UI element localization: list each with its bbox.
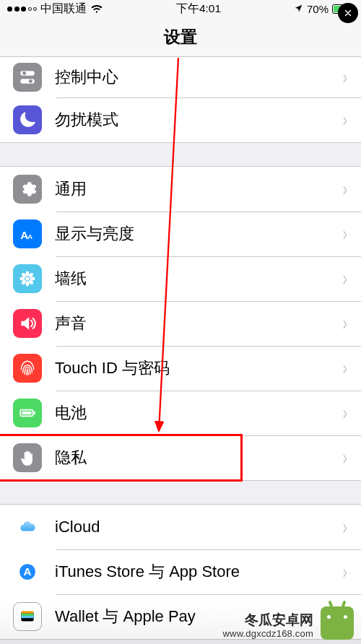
row-battery[interactable]: 电池 › — [0, 391, 361, 435]
speaker-icon — [13, 309, 42, 338]
chevron-right-icon: › — [342, 179, 347, 199]
chevron-right-icon: › — [342, 313, 347, 334]
settings-group-2: 通用 › AA 显示与亮度 › 墙纸 › 声音 › — [0, 166, 361, 481]
row-label: 显示与亮度 — [55, 223, 342, 245]
row-label: iTunes Store 与 App Store — [55, 561, 342, 583]
toggles-icon — [13, 63, 42, 92]
hand-icon — [13, 443, 42, 472]
svg-point-10 — [30, 277, 35, 281]
wifi-icon — [90, 3, 103, 16]
status-bar: 中国联通 下午4:01 70% — [0, 0, 361, 18]
row-label: 声音 — [55, 313, 342, 334]
text-size-icon: AA — [13, 219, 42, 248]
row-label: 通用 — [55, 178, 342, 200]
row-wallet[interactable]: Wallet 与 Apple Pay › — [0, 594, 361, 639]
svg-point-9 — [19, 277, 25, 281]
svg-rect-0 — [20, 71, 35, 76]
close-icon — [343, 8, 353, 18]
row-icloud[interactable]: iCloud › — [0, 505, 361, 549]
row-controlcenter[interactable]: 控制中心 › — [0, 57, 361, 97]
svg-rect-16 — [22, 412, 31, 414]
chevron-right-icon: › — [342, 224, 347, 244]
svg-text:A: A — [27, 232, 32, 240]
chevron-right-icon: › — [342, 606, 347, 627]
row-touchid[interactable]: Touch ID 与密码 › — [0, 346, 361, 391]
row-privacy[interactable]: 隐私 › — [0, 435, 361, 480]
fingerprint-icon — [13, 354, 42, 383]
svg-rect-23 — [21, 616, 33, 618]
location-icon — [294, 3, 303, 16]
svg-rect-17 — [34, 412, 35, 414]
svg-rect-22 — [21, 614, 33, 616]
row-label: 电池 — [55, 402, 342, 424]
flower-icon — [13, 264, 42, 293]
svg-point-6 — [25, 277, 29, 280]
appstore-icon: A — [13, 557, 42, 586]
svg-point-1 — [22, 71, 26, 75]
gear-icon — [13, 175, 42, 204]
signal-icon — [7, 6, 37, 12]
carrier-label: 中国联通 — [40, 1, 87, 17]
chevron-right-icon: › — [342, 403, 347, 423]
row-label: 勿扰模式 — [55, 109, 342, 131]
chevron-right-icon: › — [342, 269, 347, 289]
row-label: 隐私 — [55, 447, 342, 469]
row-dnd[interactable]: 勿扰模式 › — [0, 97, 361, 142]
settings-group-3: iCloud › A iTunes Store 与 App Store › Wa… — [0, 504, 361, 640]
svg-rect-21 — [21, 611, 33, 613]
row-wallpaper[interactable]: 墙纸 › — [0, 256, 361, 301]
screen: 中国联通 下午4:01 70% 设置 控制中心 › — [0, 0, 361, 644]
wallet-icon — [13, 602, 42, 631]
row-label: Wallet 与 Apple Pay — [55, 606, 342, 627]
settings-group-1: 控制中心 › 勿扰模式 › — [0, 57, 361, 143]
svg-point-8 — [26, 282, 30, 287]
svg-text:A: A — [24, 565, 32, 578]
battery-percentage: 70% — [307, 3, 329, 15]
row-label: Touch ID 与密码 — [55, 357, 342, 379]
chevron-right-icon: › — [342, 110, 347, 130]
chevron-right-icon: › — [342, 358, 347, 378]
svg-point-7 — [26, 271, 30, 276]
row-itunes[interactable]: A iTunes Store 与 App Store › — [0, 549, 361, 594]
cloud-icon — [13, 513, 42, 541]
nav-bar: 设置 — [0, 18, 361, 57]
chevron-right-icon: › — [342, 517, 347, 537]
svg-rect-2 — [20, 79, 35, 84]
chevron-right-icon: › — [342, 67, 347, 87]
moon-icon — [13, 105, 42, 134]
page-title: 设置 — [164, 26, 197, 48]
close-button[interactable] — [338, 3, 358, 23]
row-label: 控制中心 — [55, 66, 342, 88]
row-label: 墙纸 — [55, 268, 342, 290]
clock: 下午4:01 — [176, 1, 221, 17]
chevron-right-icon: › — [342, 562, 347, 582]
row-general[interactable]: 通用 › — [0, 167, 361, 212]
battery-icon — [13, 399, 42, 427]
row-display[interactable]: AA 显示与亮度 › — [0, 212, 361, 256]
svg-point-3 — [29, 79, 32, 83]
chevron-right-icon: › — [342, 448, 347, 468]
row-label: iCloud — [55, 518, 342, 536]
row-sound[interactable]: 声音 › — [0, 301, 361, 346]
